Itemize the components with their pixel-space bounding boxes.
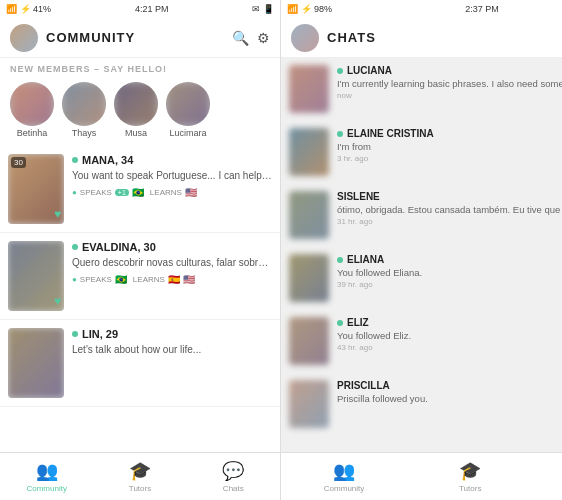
left-status-bar: 📶 ⚡ 41% 4:21 PM ✉ 📱 xyxy=(0,0,280,18)
left-status-right: ✉ 📱 xyxy=(252,4,274,14)
filter-icon[interactable]: ⚙ xyxy=(257,30,270,46)
online-indicator xyxy=(72,331,78,337)
list-item[interactable]: 30 ♥ MANA, 34 You want to speak Portugue… xyxy=(0,146,280,233)
right-status-bar: 📶 ⚡ 98% 2:37 PM ✉ 📱 xyxy=(281,0,562,18)
list-item[interactable]: Musa xyxy=(114,82,158,138)
feed-content: EVALDINA, 30 Quero descobrir novas cultu… xyxy=(72,241,272,285)
list-item[interactable]: Betinha xyxy=(10,82,54,138)
avatar: ♥ xyxy=(8,241,64,311)
online-indicator xyxy=(337,320,343,326)
list-item[interactable]: ♥ EVALDINA, 30 Quero descobrir novas cul… xyxy=(0,233,280,320)
chat-message: I'm currently learning basic phrases. I … xyxy=(337,78,562,89)
member-name: Musa xyxy=(125,128,147,138)
left-status-time: 4:21 PM xyxy=(135,4,169,14)
badge: 30 xyxy=(11,157,26,168)
avatar xyxy=(114,82,158,126)
user-name: EVALDINA, 30 xyxy=(72,241,272,253)
avatar xyxy=(289,254,329,302)
user-name: SISLENE xyxy=(337,191,562,202)
avatar xyxy=(289,317,329,365)
member-name: Thays xyxy=(72,128,97,138)
chat-time: 39 hr. ago xyxy=(337,280,562,289)
feed-tags: ● SPEAKS +1 🇧🇷 LEARNS 🇺🇸 xyxy=(72,187,272,198)
user-avatar-right xyxy=(291,24,319,52)
chat-content: ELIZ You followed Eliz. 43 hr. ago xyxy=(337,317,562,352)
tutors-icon: 🎓 xyxy=(129,460,151,482)
avatar xyxy=(62,82,106,126)
list-item[interactable]: PRISCILLA Priscilla followed you. xyxy=(281,373,562,436)
member-name: Lucimara xyxy=(169,128,206,138)
chats-inner: 📶 ⚡ 98% 2:37 PM ✉ 📱 CHATS xyxy=(281,0,562,452)
avatar: 30 ♥ xyxy=(8,154,64,224)
community-feed: 30 ♥ MANA, 34 You want to speak Portugue… xyxy=(0,146,280,452)
user-name: ELIANA xyxy=(337,254,562,265)
list-item[interactable]: ELAINE CRISTINA I'm from 3 hr. ago xyxy=(281,121,562,184)
nav-item-tutors[interactable]: 🎓 Tutors xyxy=(407,460,533,493)
user-name: LIN, 29 xyxy=(72,328,272,340)
online-indicator xyxy=(337,257,343,263)
chat-time: 43 hr. ago xyxy=(337,343,562,352)
list-item[interactable]: LIN, 29 Let's talk about how our life... xyxy=(0,320,280,407)
chat-content: ELIANA You followed Eliana. 39 hr. ago xyxy=(337,254,562,289)
chat-content: SISLENE ótimo, obrigada. Estou cansada t… xyxy=(337,191,562,226)
chat-time: 31 hr. ago xyxy=(337,217,562,226)
avatar xyxy=(8,328,64,398)
nav-label-tutors: Tutors xyxy=(129,484,151,493)
new-members-row: Betinha Thays Musa Lucimara xyxy=(0,78,280,146)
avatar xyxy=(10,82,54,126)
flag-icon: 🇪🇸 xyxy=(168,274,180,285)
chat-time: 3 hr. ago xyxy=(337,154,562,163)
list-item[interactable]: Thays xyxy=(62,82,106,138)
user-name: MANA, 34 xyxy=(72,154,272,166)
nav-item-community[interactable]: 👥 Community xyxy=(0,460,93,493)
chats-list: LUCIANA I'm currently learning basic phr… xyxy=(281,58,562,452)
new-members-label: NEW MEMBERS – SAY HELLO! xyxy=(0,58,280,78)
online-indicator xyxy=(72,157,78,163)
learns-tag: LEARNS 🇺🇸 xyxy=(150,187,197,198)
left-bottom-nav: 👥 Community 🎓 Tutors 💬 Chats xyxy=(0,452,280,500)
header-actions: 🔍 ⚙ xyxy=(232,30,270,46)
feed-content: MANA, 34 You want to speak Portuguese...… xyxy=(72,154,272,198)
tutors-icon: 🎓 xyxy=(459,460,481,482)
member-name: Betinha xyxy=(17,128,48,138)
avatar xyxy=(289,191,329,239)
list-item[interactable]: Lucimara xyxy=(166,82,210,138)
avatar xyxy=(289,380,329,428)
right-status-time: 2:37 PM xyxy=(465,4,499,14)
avatar xyxy=(289,128,329,176)
avatar xyxy=(289,65,329,113)
user-avatar xyxy=(10,24,38,52)
nav-label-community: Community xyxy=(324,484,364,493)
right-bottom-nav: 👥 Community 🎓 Tutors 💬 Chats xyxy=(281,452,562,500)
list-item[interactable]: ELIANA You followed Eliana. 39 hr. ago xyxy=(281,247,562,310)
community-screen: 📶 ⚡ 41% 4:21 PM ✉ 📱 COMMUNITY 🔍 ⚙ NEW ME… xyxy=(0,0,281,500)
chat-message: ótimo, obrigada. Estou cansada também. E… xyxy=(337,204,562,215)
flag-icon: 🇺🇸 xyxy=(185,187,197,198)
feed-tags: ● SPEAKS 🇧🇷 LEARNS 🇪🇸 🇺🇸 xyxy=(72,274,272,285)
online-indicator xyxy=(337,68,343,74)
flag-icon: 🇺🇸 xyxy=(183,274,195,285)
nav-item-community[interactable]: 👥 Community xyxy=(281,460,407,493)
flag-icon: 🇧🇷 xyxy=(132,187,144,198)
community-title: COMMUNITY xyxy=(46,30,232,45)
nav-label-chats: Chats xyxy=(223,484,244,493)
left-status-left: 📶 ⚡ 41% xyxy=(6,4,51,14)
online-indicator xyxy=(337,131,343,137)
search-icon[interactable]: 🔍 xyxy=(232,30,249,46)
feed-content: LIN, 29 Let's talk about how our life... xyxy=(72,328,272,356)
learns-tag: LEARNS 🇪🇸 🇺🇸 xyxy=(133,274,195,285)
list-item[interactable]: SISLENE ótimo, obrigada. Estou cansada t… xyxy=(281,184,562,247)
chats-screen: 📶 ⚡ 98% 2:37 PM ✉ 📱 CHATS xyxy=(281,0,562,500)
chat-message: You followed Eliz. xyxy=(337,330,562,341)
heart-icon: ♥ xyxy=(54,294,61,308)
online-indicator xyxy=(72,244,78,250)
list-item[interactable]: LUCIANA I'm currently learning basic phr… xyxy=(281,58,562,121)
community-icon: 👥 xyxy=(36,460,58,482)
nav-item-chats[interactable]: 💬 Chats xyxy=(187,460,280,493)
chat-time: now xyxy=(337,91,562,100)
list-item[interactable]: ELIZ You followed Eliz. 43 hr. ago xyxy=(281,310,562,373)
nav-item-chats[interactable]: 💬 Chats xyxy=(533,460,562,493)
chats-title: CHATS xyxy=(327,30,562,45)
nav-item-tutors[interactable]: 🎓 Tutors xyxy=(93,460,186,493)
community-header: COMMUNITY 🔍 ⚙ xyxy=(0,18,280,58)
